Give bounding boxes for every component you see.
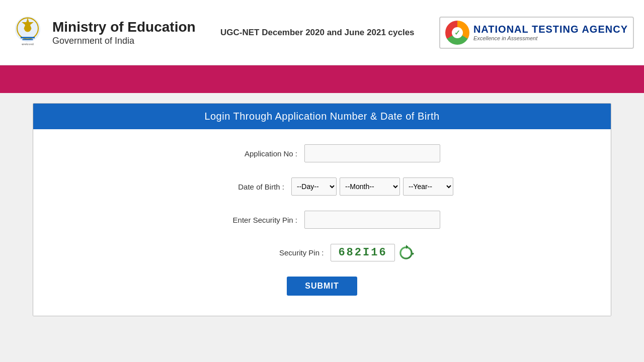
nta-circle-icon: ✓ — [445, 21, 469, 45]
svg-text:सत्यमेव जयते: सत्यमेव जयते — [21, 42, 34, 45]
security-pin-input-label: Enter Security Pin : — [204, 216, 304, 224]
form-card-body: Application No : Date of Birth : --Day--… — [33, 129, 611, 316]
ministry-subtitle: Government of India — [52, 36, 196, 46]
india-emblem-icon: सत्यमेव जयते — [10, 15, 45, 50]
dob-row: Date of Birth : --Day--12345678910111213… — [53, 177, 591, 196]
ministry-title: Ministry of Education — [52, 19, 196, 36]
refresh-captcha-button[interactable] — [398, 245, 414, 261]
date-selects: --Day--123456789101112131415161718192021… — [291, 177, 453, 196]
submit-row: SUBMIT — [53, 277, 591, 296]
nta-name: NATIONAL TESTING AGENCY — [473, 24, 628, 35]
nta-text: NATIONAL TESTING AGENCY Excellence in As… — [473, 24, 628, 41]
form-title: Login Through Application Number & Date … — [204, 111, 439, 122]
year-select[interactable]: --Year--19801981198219831984198519861987… — [403, 177, 453, 196]
form-card-header: Login Through Application Number & Date … — [33, 104, 611, 129]
month-select[interactable]: --Month--JanuaryFebruaryMarchAprilMayJun… — [340, 177, 400, 196]
application-no-input[interactable] — [304, 144, 440, 162]
decorative-banner — [0, 65, 644, 93]
ministry-branding: सत्यमेव जयते Ministry of Education Gover… — [10, 15, 196, 50]
login-form-card: Login Through Application Number & Date … — [33, 103, 611, 316]
security-pin-input-row: Enter Security Pin : — [53, 211, 591, 229]
application-no-row: Application No : — [53, 144, 591, 162]
submit-button[interactable]: SUBMIT — [287, 277, 357, 296]
ministry-text-block: Ministry of Education Government of Indi… — [52, 19, 196, 46]
refresh-icon — [398, 245, 414, 261]
nta-branding: ✓ NATIONAL TESTING AGENCY Excellence in … — [439, 17, 634, 49]
dob-label: Date of Birth : — [191, 183, 291, 191]
svg-rect-4 — [21, 37, 35, 38]
svg-rect-5 — [23, 39, 33, 40]
security-pin-display-label: Security Pin : — [230, 248, 331, 257]
nta-tagline: Excellence in Assessment — [473, 35, 628, 41]
exam-title: UGC-NET December 2020 and June 2021 cycl… — [220, 28, 415, 38]
day-select[interactable]: --Day--123456789101112131415161718192021… — [291, 177, 337, 196]
security-pin-input[interactable] — [304, 211, 440, 229]
page-header: सत्यमेव जयते Ministry of Education Gover… — [0, 0, 644, 65]
application-no-label: Application No : — [204, 149, 304, 158]
nta-logo: ✓ NATIONAL TESTING AGENCY Excellence in … — [439, 17, 634, 49]
security-pin-display-row: Security Pin : 682I16 — [53, 244, 591, 261]
main-content: Login Through Application Number & Date … — [0, 93, 644, 326]
security-pin-display: 682I16 — [331, 244, 414, 261]
security-pin-value: 682I16 — [331, 244, 394, 261]
